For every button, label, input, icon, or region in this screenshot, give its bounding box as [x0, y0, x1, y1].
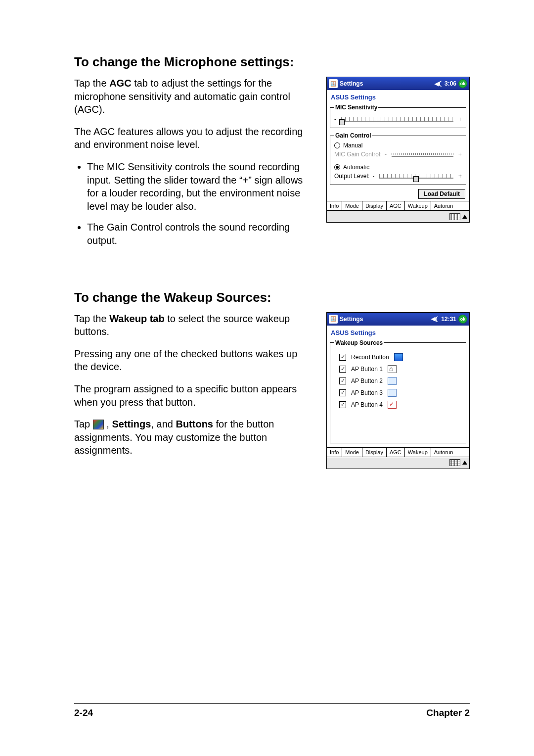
- keyboard-icon[interactable]: [449, 213, 460, 220]
- section2-p4: Tap , Settings, and Buttons for the butt…: [74, 418, 312, 457]
- manual-label: Manual: [343, 142, 362, 149]
- wakeup-sources-legend: Wakeup Sources: [334, 339, 384, 346]
- volume-icon[interactable]: [435, 80, 443, 87]
- mic-gain-label: MIC Gain Control:: [334, 151, 382, 158]
- tab-mode[interactable]: Mode: [342, 448, 362, 457]
- minus-label: -: [385, 151, 387, 158]
- mic-sensitivity-slider[interactable]: [339, 115, 455, 124]
- automatic-radio[interactable]: Automatic: [334, 164, 462, 171]
- load-default-button[interactable]: Load Default: [418, 189, 465, 199]
- page-footer: 2-24 Chapter 2: [74, 703, 470, 718]
- section2-text: Tap the Wakeup tab to select the source …: [74, 312, 312, 466]
- tab-agc[interactable]: AGC: [387, 201, 405, 210]
- output-level-slider[interactable]: [377, 172, 455, 181]
- record-icon: [394, 353, 403, 361]
- check-icon: [388, 401, 397, 409]
- ok-button[interactable]: ok: [458, 79, 467, 88]
- chapter-label: Chapter 2: [426, 708, 470, 718]
- window-title: Settings: [340, 80, 363, 87]
- sip-bar: [327, 210, 469, 222]
- app-title: ASUS Settings: [331, 94, 466, 101]
- minus-label: -: [334, 116, 336, 123]
- minus-label: -: [372, 173, 374, 180]
- sip-arrow-icon[interactable]: [462, 215, 467, 219]
- ap3-label: AP Button 3: [351, 389, 383, 396]
- ok-button[interactable]: ok: [458, 315, 467, 324]
- bullet-mic-sensitivity: The MIC Sensitivity controls the sound r…: [87, 160, 312, 213]
- page-number: 2-24: [74, 708, 93, 718]
- section1-p1: Tap the AGC tab to adjust the settings f…: [74, 77, 312, 116]
- output-level-label: Output Level:: [334, 173, 369, 180]
- record-label: Record Button: [351, 354, 389, 361]
- volume-icon[interactable]: [431, 316, 439, 323]
- record-checkbox[interactable]: ✓: [339, 354, 346, 361]
- section2-p3: The program assigned to a specific butto…: [74, 382, 312, 409]
- text: Tap the: [74, 78, 109, 89]
- sip-arrow-icon[interactable]: [462, 461, 467, 465]
- grid-icon: [388, 377, 397, 385]
- settings-bold: Settings: [112, 419, 151, 429]
- ap4-label: AP Button 4: [351, 401, 383, 408]
- ap1-checkbox[interactable]: ✓: [339, 366, 346, 373]
- tab-wakeup[interactable]: Wakeup: [405, 201, 431, 210]
- text: ,: [104, 419, 112, 429]
- wakeup-tab-bold: Wakeup tab: [109, 313, 165, 324]
- bullet-gain-control: The Gain Control controls the sound reco…: [87, 221, 312, 247]
- buttons-bold: Buttons: [176, 419, 213, 429]
- screenshot-wakeup-settings: 🪟 Settings 12:31 ok ASUS Settings Wakeup…: [326, 312, 470, 469]
- ppc-titlebar: 🪟 Settings 3:06 ok: [327, 77, 469, 90]
- text: Tap: [74, 419, 93, 429]
- list-icon: [388, 389, 397, 397]
- section2-p2: Pressing any one of the checked buttons …: [74, 347, 312, 374]
- start-icon: [93, 420, 104, 429]
- tab-bar: Info Mode Display AGC Wakeup Autorun: [327, 447, 469, 457]
- tab-autorun[interactable]: Autorun: [431, 201, 456, 210]
- section2-p1: Tap the Wakeup tab to select the source …: [74, 312, 312, 338]
- gain-control-legend: Gain Control: [334, 132, 372, 139]
- section1-p2: The AGC features allows you to adjust th…: [74, 125, 312, 151]
- tab-info[interactable]: Info: [327, 201, 342, 210]
- ppc-titlebar: 🪟 Settings 12:31 ok: [327, 313, 469, 326]
- clock: 3:06: [445, 80, 456, 87]
- sip-bar: [327, 457, 469, 469]
- start-icon[interactable]: 🪟: [329, 79, 338, 88]
- gain-control-group: Gain Control Manual MIC Gain Control: - …: [330, 132, 466, 185]
- wakeup-item-ap2: ✓ AP Button 2: [339, 377, 462, 385]
- plus-label: +: [458, 151, 462, 158]
- wakeup-item-record: ✓ Record Button: [339, 353, 462, 361]
- mic-sensitivity-group: MIC Sensitivity - +: [330, 104, 466, 128]
- text: , and: [151, 419, 176, 429]
- keyboard-icon[interactable]: [449, 459, 460, 466]
- tab-bar: Info Mode Display AGC Wakeup Autorun: [327, 201, 469, 210]
- tab-wakeup[interactable]: Wakeup: [405, 448, 431, 457]
- section1-bullets: The MIC Sensitivity controls the sound r…: [74, 160, 312, 247]
- tab-info[interactable]: Info: [327, 448, 342, 457]
- ap1-label: AP Button 1: [351, 366, 383, 373]
- tab-mode[interactable]: Mode: [342, 201, 362, 210]
- text: Tap the: [74, 313, 109, 324]
- plus-label: +: [458, 116, 462, 123]
- ap3-checkbox[interactable]: ✓: [339, 389, 346, 396]
- ap2-label: AP Button 2: [351, 378, 383, 384]
- home-icon: [388, 365, 397, 373]
- automatic-label: Automatic: [343, 164, 369, 171]
- agc-bold: AGC: [109, 78, 131, 89]
- tab-agc[interactable]: AGC: [387, 448, 405, 457]
- ap2-checkbox[interactable]: ✓: [339, 378, 346, 384]
- screenshot-agc-settings: 🪟 Settings 3:06 ok ASUS Settings MIC Sen…: [326, 77, 470, 223]
- clock: 12:31: [441, 316, 456, 323]
- tab-display[interactable]: Display: [362, 448, 387, 457]
- manual-radio[interactable]: Manual: [334, 142, 462, 149]
- heading-wakeup-sources: To change the Wakeup Sources:: [74, 290, 470, 305]
- heading-microphone-settings: To change the Microphone settings:: [74, 54, 470, 70]
- tab-display[interactable]: Display: [362, 201, 387, 210]
- window-title: Settings: [340, 316, 363, 323]
- start-icon[interactable]: 🪟: [329, 315, 338, 324]
- ap4-checkbox[interactable]: ✓: [339, 401, 346, 408]
- tab-autorun[interactable]: Autorun: [431, 448, 456, 457]
- mic-gain-slider: [390, 150, 455, 159]
- wakeup-item-ap4: ✓ AP Button 4: [339, 401, 462, 409]
- app-title: ASUS Settings: [331, 329, 466, 336]
- section1-text: Tap the AGC tab to adjust the settings f…: [74, 77, 312, 255]
- mic-sensitivity-legend: MIC Sensitivity: [334, 104, 378, 111]
